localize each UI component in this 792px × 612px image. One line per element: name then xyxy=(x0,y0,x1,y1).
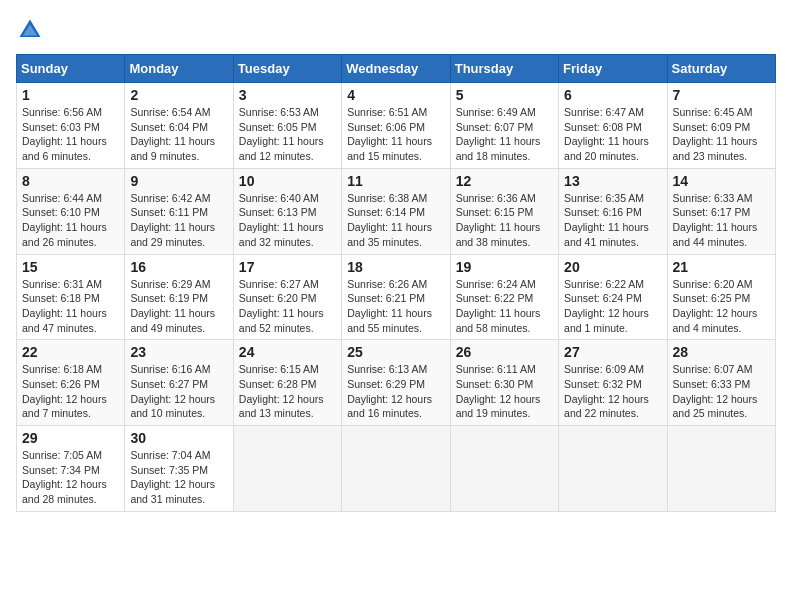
calendar-cell: 17 Sunrise: 6:27 AM Sunset: 6:20 PM Dayl… xyxy=(233,254,341,340)
day-number: 24 xyxy=(239,344,336,360)
day-number: 21 xyxy=(673,259,770,275)
calendar-cell: 28 Sunrise: 6:07 AM Sunset: 6:33 PM Dayl… xyxy=(667,340,775,426)
day-info: Sunrise: 6:13 AM Sunset: 6:29 PM Dayligh… xyxy=(347,362,444,421)
day-info: Sunrise: 6:40 AM Sunset: 6:13 PM Dayligh… xyxy=(239,191,336,250)
day-number: 14 xyxy=(673,173,770,189)
header-thursday: Thursday xyxy=(450,55,558,83)
calendar-cell: 15 Sunrise: 6:31 AM Sunset: 6:18 PM Dayl… xyxy=(17,254,125,340)
calendar-cell: 5 Sunrise: 6:49 AM Sunset: 6:07 PM Dayli… xyxy=(450,83,558,169)
day-info: Sunrise: 6:44 AM Sunset: 6:10 PM Dayligh… xyxy=(22,191,119,250)
calendar-cell: 11 Sunrise: 6:38 AM Sunset: 6:14 PM Dayl… xyxy=(342,168,450,254)
week-row-5: 29 Sunrise: 7:05 AM Sunset: 7:34 PM Dayl… xyxy=(17,426,776,512)
calendar-cell: 12 Sunrise: 6:36 AM Sunset: 6:15 PM Dayl… xyxy=(450,168,558,254)
week-row-3: 15 Sunrise: 6:31 AM Sunset: 6:18 PM Dayl… xyxy=(17,254,776,340)
calendar-cell: 26 Sunrise: 6:11 AM Sunset: 6:30 PM Dayl… xyxy=(450,340,558,426)
day-info: Sunrise: 6:20 AM Sunset: 6:25 PM Dayligh… xyxy=(673,277,770,336)
calendar-cell: 29 Sunrise: 7:05 AM Sunset: 7:34 PM Dayl… xyxy=(17,426,125,512)
calendar-cell: 24 Sunrise: 6:15 AM Sunset: 6:28 PM Dayl… xyxy=(233,340,341,426)
header-saturday: Saturday xyxy=(667,55,775,83)
day-info: Sunrise: 6:56 AM Sunset: 6:03 PM Dayligh… xyxy=(22,105,119,164)
header-sunday: Sunday xyxy=(17,55,125,83)
day-info: Sunrise: 6:31 AM Sunset: 6:18 PM Dayligh… xyxy=(22,277,119,336)
day-number: 6 xyxy=(564,87,661,103)
day-info: Sunrise: 6:29 AM Sunset: 6:19 PM Dayligh… xyxy=(130,277,227,336)
header-friday: Friday xyxy=(559,55,667,83)
day-number: 20 xyxy=(564,259,661,275)
calendar-cell: 27 Sunrise: 6:09 AM Sunset: 6:32 PM Dayl… xyxy=(559,340,667,426)
logo-icon xyxy=(16,16,44,44)
day-number: 3 xyxy=(239,87,336,103)
day-info: Sunrise: 6:38 AM Sunset: 6:14 PM Dayligh… xyxy=(347,191,444,250)
day-info: Sunrise: 6:35 AM Sunset: 6:16 PM Dayligh… xyxy=(564,191,661,250)
day-info: Sunrise: 7:05 AM Sunset: 7:34 PM Dayligh… xyxy=(22,448,119,507)
day-number: 23 xyxy=(130,344,227,360)
calendar-cell: 25 Sunrise: 6:13 AM Sunset: 6:29 PM Dayl… xyxy=(342,340,450,426)
day-info: Sunrise: 6:15 AM Sunset: 6:28 PM Dayligh… xyxy=(239,362,336,421)
day-number: 11 xyxy=(347,173,444,189)
day-number: 19 xyxy=(456,259,553,275)
day-number: 22 xyxy=(22,344,119,360)
calendar-cell: 16 Sunrise: 6:29 AM Sunset: 6:19 PM Dayl… xyxy=(125,254,233,340)
calendar-cell: 23 Sunrise: 6:16 AM Sunset: 6:27 PM Dayl… xyxy=(125,340,233,426)
day-info: Sunrise: 6:45 AM Sunset: 6:09 PM Dayligh… xyxy=(673,105,770,164)
calendar-cell: 20 Sunrise: 6:22 AM Sunset: 6:24 PM Dayl… xyxy=(559,254,667,340)
day-info: Sunrise: 6:22 AM Sunset: 6:24 PM Dayligh… xyxy=(564,277,661,336)
day-number: 16 xyxy=(130,259,227,275)
day-number: 27 xyxy=(564,344,661,360)
day-info: Sunrise: 6:09 AM Sunset: 6:32 PM Dayligh… xyxy=(564,362,661,421)
day-number: 29 xyxy=(22,430,119,446)
calendar-cell: 7 Sunrise: 6:45 AM Sunset: 6:09 PM Dayli… xyxy=(667,83,775,169)
calendar-cell: 22 Sunrise: 6:18 AM Sunset: 6:26 PM Dayl… xyxy=(17,340,125,426)
header-wednesday: Wednesday xyxy=(342,55,450,83)
week-row-1: 1 Sunrise: 6:56 AM Sunset: 6:03 PM Dayli… xyxy=(17,83,776,169)
day-number: 12 xyxy=(456,173,553,189)
day-number: 1 xyxy=(22,87,119,103)
day-number: 4 xyxy=(347,87,444,103)
calendar-cell: 8 Sunrise: 6:44 AM Sunset: 6:10 PM Dayli… xyxy=(17,168,125,254)
logo xyxy=(16,16,48,44)
day-info: Sunrise: 6:27 AM Sunset: 6:20 PM Dayligh… xyxy=(239,277,336,336)
day-info: Sunrise: 6:49 AM Sunset: 6:07 PM Dayligh… xyxy=(456,105,553,164)
day-number: 13 xyxy=(564,173,661,189)
calendar-cell xyxy=(233,426,341,512)
day-info: Sunrise: 6:33 AM Sunset: 6:17 PM Dayligh… xyxy=(673,191,770,250)
day-info: Sunrise: 6:18 AM Sunset: 6:26 PM Dayligh… xyxy=(22,362,119,421)
week-row-2: 8 Sunrise: 6:44 AM Sunset: 6:10 PM Dayli… xyxy=(17,168,776,254)
day-number: 7 xyxy=(673,87,770,103)
day-info: Sunrise: 6:24 AM Sunset: 6:22 PM Dayligh… xyxy=(456,277,553,336)
calendar-cell: 1 Sunrise: 6:56 AM Sunset: 6:03 PM Dayli… xyxy=(17,83,125,169)
calendar-cell: 18 Sunrise: 6:26 AM Sunset: 6:21 PM Dayl… xyxy=(342,254,450,340)
calendar-cell: 2 Sunrise: 6:54 AM Sunset: 6:04 PM Dayli… xyxy=(125,83,233,169)
calendar-cell xyxy=(342,426,450,512)
calendar-cell: 14 Sunrise: 6:33 AM Sunset: 6:17 PM Dayl… xyxy=(667,168,775,254)
calendar-cell xyxy=(667,426,775,512)
day-number: 5 xyxy=(456,87,553,103)
calendar-cell: 3 Sunrise: 6:53 AM Sunset: 6:05 PM Dayli… xyxy=(233,83,341,169)
day-number: 28 xyxy=(673,344,770,360)
weekday-header-row: SundayMondayTuesdayWednesdayThursdayFrid… xyxy=(17,55,776,83)
header-tuesday: Tuesday xyxy=(233,55,341,83)
calendar-cell: 19 Sunrise: 6:24 AM Sunset: 6:22 PM Dayl… xyxy=(450,254,558,340)
day-number: 17 xyxy=(239,259,336,275)
day-number: 30 xyxy=(130,430,227,446)
calendar-table: SundayMondayTuesdayWednesdayThursdayFrid… xyxy=(16,54,776,512)
day-info: Sunrise: 7:04 AM Sunset: 7:35 PM Dayligh… xyxy=(130,448,227,507)
day-number: 8 xyxy=(22,173,119,189)
calendar-cell xyxy=(450,426,558,512)
day-number: 15 xyxy=(22,259,119,275)
day-info: Sunrise: 6:51 AM Sunset: 6:06 PM Dayligh… xyxy=(347,105,444,164)
day-info: Sunrise: 6:11 AM Sunset: 6:30 PM Dayligh… xyxy=(456,362,553,421)
day-info: Sunrise: 6:16 AM Sunset: 6:27 PM Dayligh… xyxy=(130,362,227,421)
day-info: Sunrise: 6:26 AM Sunset: 6:21 PM Dayligh… xyxy=(347,277,444,336)
calendar-cell: 30 Sunrise: 7:04 AM Sunset: 7:35 PM Dayl… xyxy=(125,426,233,512)
header-monday: Monday xyxy=(125,55,233,83)
day-info: Sunrise: 6:36 AM Sunset: 6:15 PM Dayligh… xyxy=(456,191,553,250)
day-number: 26 xyxy=(456,344,553,360)
day-number: 2 xyxy=(130,87,227,103)
day-number: 18 xyxy=(347,259,444,275)
calendar-cell: 6 Sunrise: 6:47 AM Sunset: 6:08 PM Dayli… xyxy=(559,83,667,169)
day-info: Sunrise: 6:47 AM Sunset: 6:08 PM Dayligh… xyxy=(564,105,661,164)
day-info: Sunrise: 6:07 AM Sunset: 6:33 PM Dayligh… xyxy=(673,362,770,421)
page-header xyxy=(16,16,776,44)
calendar-cell: 10 Sunrise: 6:40 AM Sunset: 6:13 PM Dayl… xyxy=(233,168,341,254)
